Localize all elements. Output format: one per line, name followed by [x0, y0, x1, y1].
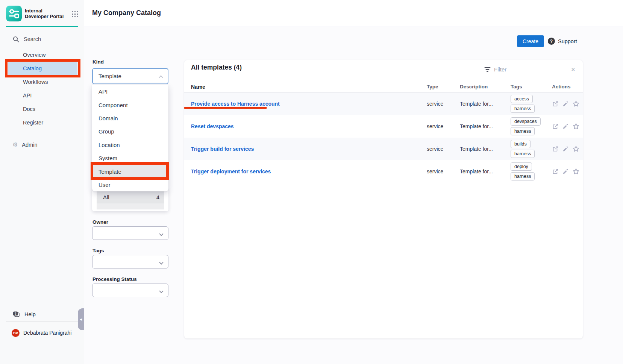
- sidebar-item-api[interactable]: API: [8, 89, 77, 102]
- sidebar-item-docs[interactable]: Docs: [8, 102, 77, 116]
- filter-input[interactable]: [494, 66, 569, 73]
- sidebar-collapse-handle[interactable]: ◀: [78, 308, 84, 330]
- tags-select[interactable]: [92, 255, 168, 268]
- edit-icon[interactable]: [562, 146, 569, 152]
- chevron-up-icon: [159, 75, 163, 79]
- chevron-down-icon: [159, 260, 163, 264]
- app-title: Internal Developer Portal: [25, 8, 65, 19]
- tag-chip: harness: [511, 150, 535, 158]
- actions-cell: [552, 123, 583, 130]
- dropdown-option-user[interactable]: User: [92, 178, 168, 191]
- dropdown-option-api[interactable]: API: [92, 85, 168, 98]
- kind-dropdown-menu: APIComponentDomainGroupLocationSystemTem…: [92, 85, 168, 191]
- processing-status-label: Processing Status: [92, 276, 137, 282]
- dropdown-option-domain[interactable]: Domain: [92, 112, 168, 125]
- help-label: Help: [24, 311, 36, 317]
- actions-cell: [552, 100, 583, 108]
- sidebar-item-admin[interactable]: ⚙ Admin: [0, 140, 84, 150]
- star-icon[interactable]: [572, 168, 580, 175]
- accent-divider: [6, 26, 78, 27]
- star-icon[interactable]: [572, 100, 580, 108]
- open-in-new-icon[interactable]: [552, 123, 559, 130]
- star-icon[interactable]: [572, 123, 580, 130]
- table-column-headers: Name Type Description Tags Actions: [184, 81, 583, 93]
- open-in-new-icon[interactable]: [552, 100, 559, 107]
- main-content: Create ? Support Kind Template All 4 API…: [84, 26, 623, 364]
- sidebar-item-register[interactable]: Register: [8, 116, 77, 129]
- star-icon[interactable]: [572, 145, 580, 153]
- sidebar-nav: OverviewCatalogWorkflowsAPIDocsRegister: [0, 48, 84, 129]
- sidebar: Internal Developer Portal Search Overvie…: [0, 0, 84, 364]
- collapse-arrow-icon: ◀: [80, 318, 82, 321]
- templates-table-card: All templates (4) × Name Type Descriptio…: [184, 60, 583, 338]
- sidebar-item-catalog[interactable]: Catalog: [8, 62, 77, 75]
- template-name-link[interactable]: Trigger deployment for services: [191, 168, 427, 174]
- tag-chip: builds: [511, 140, 531, 148]
- kind-select[interactable]: Template: [92, 68, 168, 84]
- question-icon: ?: [548, 38, 555, 45]
- processing-status-select[interactable]: [92, 284, 168, 297]
- tags-cell: buildsharness: [511, 138, 552, 160]
- tags-label: Tags: [92, 248, 104, 253]
- gear-icon: ⚙: [12, 142, 18, 148]
- dropdown-option-component[interactable]: Component: [92, 98, 168, 111]
- tags-cell: accessharness: [511, 93, 552, 115]
- edit-icon[interactable]: [562, 168, 569, 175]
- app-logo-icon: [6, 6, 22, 21]
- dropdown-option-location[interactable]: Location: [92, 138, 168, 152]
- col-header-tags: Tags: [511, 84, 552, 89]
- admin-label: Admin: [22, 142, 37, 148]
- table-filter: ×: [484, 64, 573, 75]
- table-header-area: All templates (4) × Name Type Descriptio…: [184, 60, 583, 93]
- template-name-link[interactable]: Trigger build for services: [191, 146, 427, 152]
- tag-chip: access: [511, 95, 533, 103]
- template-name-link[interactable]: Reset devspaces: [191, 123, 427, 129]
- logo-row: Internal Developer Portal: [6, 5, 78, 22]
- edit-icon[interactable]: [562, 123, 569, 130]
- owner-select[interactable]: [92, 226, 168, 240]
- facet-item-partial: [97, 203, 164, 209]
- type-cell: service: [427, 101, 460, 107]
- col-header-name: Name: [191, 84, 427, 90]
- open-in-new-icon[interactable]: [552, 168, 559, 175]
- table-row: Provide access to Harness account servic…: [184, 93, 583, 115]
- sidebar-search[interactable]: Search: [0, 34, 84, 44]
- support-button[interactable]: ? Support: [548, 35, 577, 47]
- type-cell: service: [427, 146, 460, 152]
- description-cell: Template for...: [460, 123, 511, 129]
- actions-cell: [552, 145, 583, 153]
- table-row: Reset devspaces service Template for... …: [184, 115, 583, 138]
- user-name: Debabrata Panigrahi: [23, 330, 71, 336]
- sidebar-item-overview[interactable]: Overview: [8, 48, 77, 62]
- facet-label: All: [103, 194, 109, 200]
- clear-filter-icon[interactable]: ×: [571, 66, 575, 73]
- table-row: Trigger deployment for services service …: [184, 160, 583, 183]
- page-title: My Company Catalog: [92, 9, 161, 17]
- search-label: Search: [24, 36, 41, 42]
- actions-cell: [552, 168, 583, 175]
- dropdown-option-template[interactable]: Template: [92, 165, 168, 178]
- apps-grid-icon[interactable]: [71, 10, 78, 17]
- dropdown-option-system[interactable]: System: [92, 152, 168, 165]
- open-in-new-icon[interactable]: [552, 146, 559, 152]
- type-facet-card: All 4: [92, 188, 168, 211]
- tag-chip: harness: [511, 105, 535, 113]
- help-button[interactable]: ? Help: [0, 309, 75, 320]
- user-menu[interactable]: DP Debabrata Panigrahi: [0, 328, 84, 338]
- page: Internal Developer Portal Search Overvie…: [0, 0, 623, 364]
- table-row: Trigger build for services service Templ…: [184, 138, 583, 160]
- template-name-link[interactable]: Provide access to Harness account: [191, 101, 427, 107]
- edit-icon[interactable]: [562, 100, 569, 107]
- sidebar-item-workflows[interactable]: Workflows: [8, 75, 77, 89]
- description-cell: Template for...: [460, 101, 511, 107]
- create-button[interactable]: Create: [517, 35, 544, 47]
- chevron-down-icon: [159, 232, 163, 236]
- facet-count: 4: [156, 194, 159, 200]
- tags-cell: devspacesharness: [511, 115, 552, 138]
- divider: [6, 322, 78, 322]
- kind-label: Kind: [92, 59, 104, 65]
- chevron-down-icon: [159, 289, 163, 293]
- facet-item-all[interactable]: All 4: [97, 191, 164, 203]
- tags-cell: deployharness: [511, 160, 552, 183]
- dropdown-option-group[interactable]: Group: [92, 125, 168, 138]
